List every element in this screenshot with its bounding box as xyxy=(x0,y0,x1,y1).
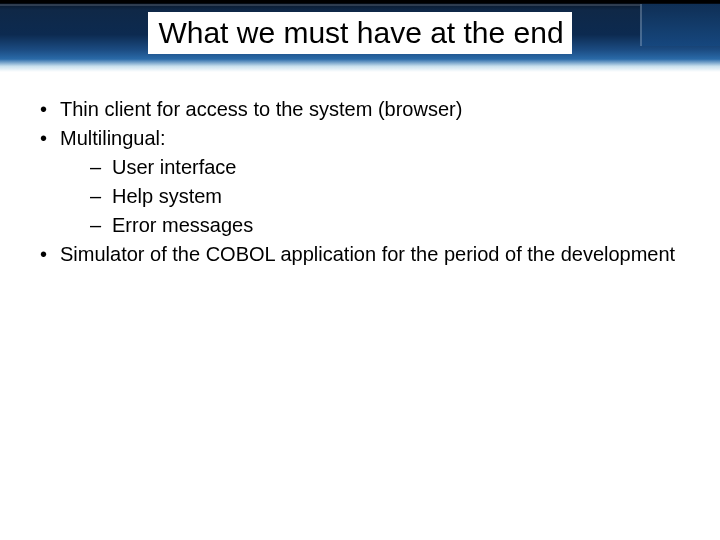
sub-bullet-text: User interface xyxy=(112,156,237,178)
slide-body: Thin client for access to the system (br… xyxy=(0,72,720,268)
list-item: User interface xyxy=(60,154,686,181)
list-item: Multilingual: User interface Help system… xyxy=(34,125,686,239)
bullet-text: Multilingual: xyxy=(60,127,166,149)
sub-bullet-text: Error messages xyxy=(112,214,253,236)
slide-title: What we must have at the end xyxy=(148,12,571,54)
header-accent-block xyxy=(640,4,720,46)
list-item: Error messages xyxy=(60,212,686,239)
bullet-list: Thin client for access to the system (br… xyxy=(34,96,686,268)
slide-header-band: What we must have at the end xyxy=(0,0,720,72)
bullet-text: Simulator of the COBOL application for t… xyxy=(60,243,675,265)
bullet-text: Thin client for access to the system (br… xyxy=(60,98,462,120)
list-item: Help system xyxy=(60,183,686,210)
list-item: Thin client for access to the system (br… xyxy=(34,96,686,123)
sub-list: User interface Help system Error message… xyxy=(60,154,686,239)
list-item: Simulator of the COBOL application for t… xyxy=(34,241,686,268)
sub-bullet-text: Help system xyxy=(112,185,222,207)
